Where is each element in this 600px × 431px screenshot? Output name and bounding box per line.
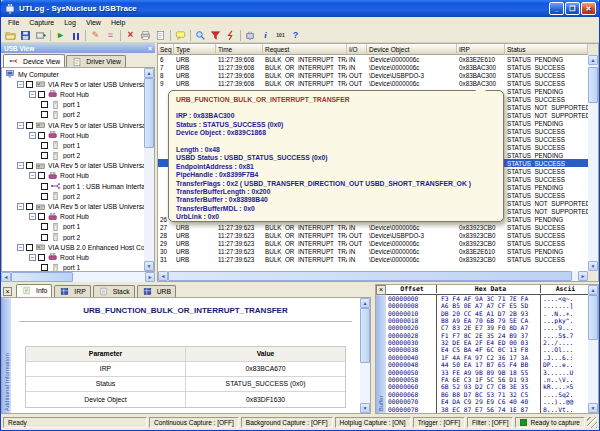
scroll-down-icon[interactable]: ▼ (588, 261, 598, 271)
tree-checkbox[interactable] (26, 244, 33, 251)
tree-checkbox[interactable] (41, 264, 48, 271)
capture-options-icon[interactable]: ✎ (88, 29, 103, 42)
tree-item[interactable]: −VIA Rev 5 or later USB Universal Host C (2, 120, 144, 130)
tree-item[interactable]: port 1 (2, 222, 144, 232)
tree-checkbox[interactable] (41, 152, 48, 159)
log-row[interactable]: 9URB11:27:39:608BULK_OR_INTERRUPT_TRANSF… (158, 79, 588, 87)
tree-item[interactable]: −VIA Rev 5 or later USB Universal Host C (2, 79, 144, 89)
detail-vscrollbar[interactable]: ▲ ▼ (360, 298, 370, 413)
maximize-button[interactable]: ❐ (565, 2, 580, 15)
column-header-irp[interactable]: IRP (457, 44, 505, 55)
buffer-vscrollbar[interactable]: ▲ ▼ (588, 285, 598, 413)
help-icon[interactable]: ? (288, 29, 303, 42)
tree-checkbox[interactable] (38, 213, 45, 220)
log-row[interactable]: 6URB11:27:39:608BULK_OR_INTERRUPT_TRANSF… (158, 55, 588, 63)
usb-view-close-icon[interactable]: × (148, 45, 152, 52)
start-capture-icon[interactable]: ► (53, 29, 68, 42)
scroll-left-icon[interactable]: ◄ (158, 271, 168, 281)
tab-driver-view[interactable]: Driver View (66, 55, 126, 67)
column-header-type[interactable]: Type (174, 44, 216, 55)
log-row[interactable]: 30URB11:27:39:623BULK_OR_INTERRUPT_TRANS… (158, 247, 588, 255)
tree-expander-icon[interactable]: − (17, 244, 24, 251)
tree-expander-icon[interactable]: − (17, 81, 24, 88)
tree-item[interactable]: port 2 (2, 232, 144, 242)
detail-close-icon[interactable]: × (3, 287, 12, 296)
additional-information-strip[interactable]: Additional Information (2, 298, 11, 413)
tree-item[interactable]: −Root Hub (2, 212, 144, 222)
scroll-left-icon[interactable]: ◄ (1, 272, 11, 282)
log-row[interactable]: 7URB11:27:39:608BULK_OR_INTERRUPT_TRANSF… (158, 63, 588, 71)
tree-checkbox[interactable] (41, 193, 48, 200)
column-header-request[interactable]: Request (263, 44, 347, 55)
tree-item[interactable]: port 1 : USB Human Interface D (2, 181, 144, 191)
clear-log-icon[interactable]: × (123, 29, 138, 42)
save-log-icon[interactable] (18, 29, 33, 42)
tree-checkbox[interactable] (41, 111, 48, 118)
tab-info[interactable]: Info (16, 284, 52, 297)
tree-item[interactable]: −VIA Rev 5 or later USB Universal Host C (2, 201, 144, 211)
pause-capture-icon[interactable] (68, 29, 83, 42)
tree-vscrollbar[interactable]: ▲ ▼ (144, 68, 154, 271)
tree-checkbox[interactable] (26, 203, 33, 210)
scroll-up-icon[interactable]: ▲ (588, 55, 598, 65)
tree-checkbox[interactable] (41, 183, 48, 190)
tab-stack[interactable]: Stack (93, 285, 135, 297)
resize-grip[interactable] (587, 417, 597, 428)
log-row[interactable]: 29URB11:27:39:623BULK_OR_INTERRUPT_TRANS… (158, 239, 588, 247)
scroll-down-icon[interactable]: ▼ (360, 403, 370, 413)
buffer-close-icon[interactable]: × (376, 285, 386, 295)
trigger-icon[interactable] (223, 29, 238, 42)
tree-checkbox[interactable] (26, 81, 33, 88)
view-raw-icon[interactable] (153, 29, 168, 42)
column-header-io[interactable]: I/O (347, 44, 367, 55)
tree-expander-icon[interactable]: − (29, 91, 36, 98)
tree-checkbox[interactable] (41, 101, 48, 108)
log-table-vscrollbar[interactable]: ▲ ▼ (588, 55, 598, 271)
tree-item[interactable]: −VIA USB 2.0 Enhanced Host Controller (2, 242, 144, 252)
tree-checkbox[interactable] (38, 132, 45, 139)
log-row[interactable]: 31URB11:27:39:623BULK_OR_INTERRUPT_TRANS… (158, 255, 588, 263)
tree-item[interactable]: port 1 (2, 140, 144, 150)
tab-device-view[interactable]: Device View (3, 54, 65, 67)
scroll-up-icon[interactable]: ▲ (360, 298, 370, 308)
device-info-icon[interactable]: i (258, 29, 273, 42)
close-button[interactable]: ✕ (581, 2, 596, 15)
menu-item-file[interactable]: File (3, 19, 24, 26)
column-header-seq[interactable]: Seq (158, 44, 174, 55)
tree-checkbox[interactable] (26, 122, 33, 129)
scroll-right-icon[interactable]: ► (145, 272, 155, 282)
tree-item[interactable]: My Computer (2, 69, 144, 79)
menu-item-help[interactable]: Help (106, 19, 130, 26)
scroll-right-icon[interactable]: ► (578, 271, 588, 281)
buffer-strip[interactable]: Buffer (376, 295, 386, 413)
tree-expander-icon[interactable]: − (29, 132, 36, 139)
search-icon[interactable] (193, 29, 208, 42)
tree-checkbox[interactable] (41, 142, 48, 149)
tree-item[interactable]: −Root Hub (2, 171, 144, 181)
open-file-icon[interactable] (3, 29, 18, 42)
raw-binary-icon[interactable]: 101 (273, 29, 288, 42)
tree-item[interactable]: port 1 (2, 100, 144, 110)
tree-expander-icon[interactable]: − (17, 203, 24, 210)
tree-checkbox[interactable] (41, 223, 48, 230)
tree-item[interactable]: port 2 (2, 110, 144, 120)
show-tooltips-icon[interactable] (173, 29, 188, 42)
column-header-status[interactable]: Status (505, 44, 588, 55)
menu-item-log[interactable]: Log (59, 19, 81, 26)
tree-expander-icon[interactable]: − (17, 162, 24, 169)
tree-expander-icon[interactable]: − (29, 254, 36, 261)
tree-item[interactable]: −Root Hub (2, 252, 144, 262)
tree-item[interactable]: −VIA Rev 5 or later USB Universal Host C (2, 161, 144, 171)
minimize-button[interactable]: _ (549, 2, 564, 15)
tree-expander-icon[interactable]: − (17, 122, 24, 129)
log-table-hscrollbar[interactable]: ◄ ► (158, 271, 588, 281)
column-header-time[interactable]: Time (216, 44, 263, 55)
tree-checkbox[interactable] (38, 172, 45, 179)
tree-checkbox[interactable] (38, 91, 45, 98)
scroll-up-icon[interactable]: ▲ (144, 68, 154, 78)
scroll-down-icon[interactable]: ▼ (144, 261, 154, 271)
tab-irp[interactable]: IRP (54, 285, 90, 297)
log-options-icon[interactable]: ≡ (103, 29, 118, 42)
tree-item[interactable]: −Root Hub (2, 130, 144, 140)
print-icon[interactable] (138, 29, 153, 42)
